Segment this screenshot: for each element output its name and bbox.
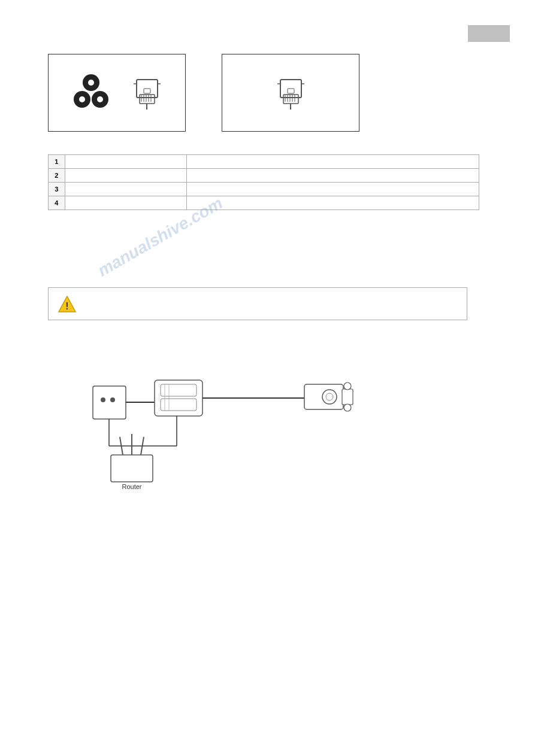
svg-rect-18 (283, 95, 298, 104)
table-cell-col3 (186, 155, 479, 169)
svg-point-1 (88, 80, 94, 86)
table-cell-col2 (65, 183, 186, 196)
network-diagram: Router (60, 353, 467, 533)
diagram-svg: Router (60, 353, 467, 533)
svg-rect-24 (288, 89, 294, 93)
svg-text:!: ! (65, 301, 68, 311)
info-table-section: 1 2 3 4 (48, 154, 479, 210)
svg-text:Router: Router (122, 483, 141, 490)
outlet-box (93, 386, 126, 419)
table-cell-col3 (186, 196, 479, 210)
svg-point-43 (344, 382, 351, 390)
svg-point-44 (344, 404, 351, 411)
svg-rect-13 (144, 89, 150, 93)
page-badge (468, 25, 510, 42)
info-table: 1 2 3 4 (48, 154, 479, 210)
svg-point-3 (79, 96, 85, 102)
warning-box: ! (48, 287, 467, 320)
connectors-row (48, 54, 359, 132)
table-cell-col3 (186, 169, 479, 183)
table-cell-col3 (186, 183, 479, 196)
table-cell-col2 (65, 169, 186, 183)
svg-rect-48 (111, 455, 153, 482)
table-row: 3 (49, 183, 479, 196)
connector-box-left (48, 54, 186, 132)
table-row: 2 (49, 169, 479, 183)
table-cell-col2 (65, 155, 186, 169)
svg-rect-39 (304, 384, 343, 409)
warning-triangle-icon: ! (58, 294, 77, 314)
table-cell-num: 2 (49, 169, 65, 183)
table-cell-num: 3 (49, 183, 65, 196)
trefoil-icon (70, 72, 112, 114)
table-row: 1 (49, 155, 479, 169)
rj45-icon-right (274, 77, 307, 110)
svg-point-5 (97, 96, 103, 102)
connector-box-right (222, 54, 359, 132)
table-row: 4 (49, 196, 479, 210)
svg-rect-7 (140, 95, 155, 104)
svg-point-30 (101, 397, 105, 402)
table-cell-num: 1 (49, 155, 65, 169)
svg-rect-42 (342, 389, 353, 405)
svg-point-31 (110, 397, 115, 402)
rj45-icon-left (131, 77, 164, 110)
table-cell-num: 4 (49, 196, 65, 210)
table-cell-col2 (65, 196, 186, 210)
